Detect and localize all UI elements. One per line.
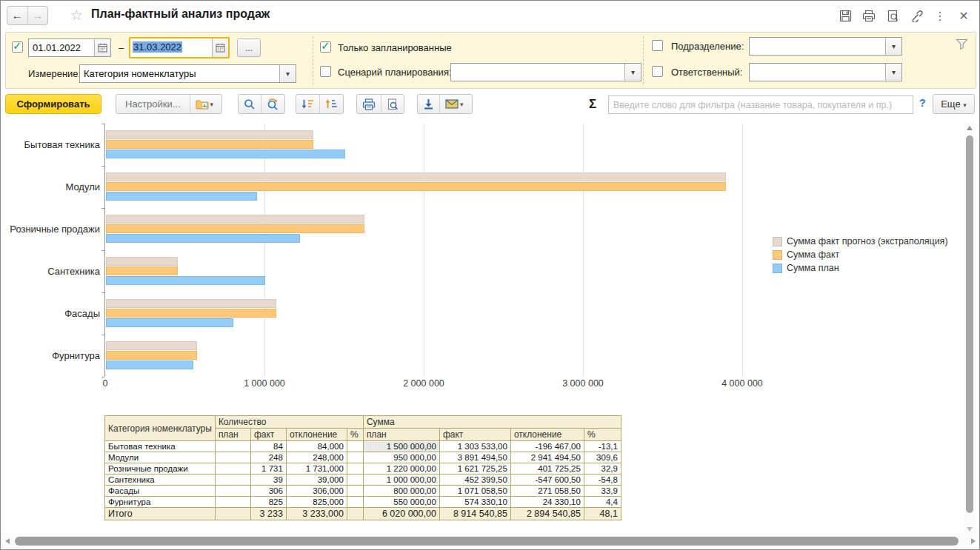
value-cell[interactable]: 248,000: [286, 452, 347, 463]
scenario-combo[interactable]: ▾: [450, 63, 641, 81]
value-cell[interactable]: 950 000,00: [363, 452, 439, 463]
value-cell[interactable]: 8 914 540,85: [439, 508, 510, 520]
value-cell[interactable]: [215, 508, 250, 520]
period-checkbox[interactable]: ✓: [12, 41, 23, 53]
value-cell[interactable]: -13,1: [584, 441, 621, 452]
value-cell[interactable]: 1 071 058,50: [439, 486, 510, 497]
dimension-value[interactable]: Категория номенклатуры: [80, 65, 279, 82]
value-cell[interactable]: 3 233: [250, 508, 286, 520]
value-cell[interactable]: -547 600,50: [510, 474, 584, 486]
bar-fact[interactable]: [106, 140, 313, 149]
bar-plan[interactable]: [106, 276, 265, 285]
bar-fact[interactable]: [106, 266, 178, 275]
chevron-down-icon[interactable]: ▾: [885, 38, 901, 55]
chevron-down-icon[interactable]: ▾: [279, 65, 296, 82]
chevron-down-icon[interactable]: ▾: [624, 64, 641, 81]
value-cell[interactable]: 1 621 725,25: [439, 463, 510, 474]
filter-funnel-icon[interactable]: [956, 38, 968, 53]
value-cell[interactable]: 1 000 000,00: [363, 474, 439, 486]
value-cell[interactable]: 48,1: [584, 508, 621, 520]
value-cell[interactable]: 4,4: [584, 497, 621, 508]
only-planned-checkbox[interactable]: ✓: [320, 41, 331, 53]
responsible-checkbox[interactable]: ✓: [652, 66, 663, 77]
value-cell[interactable]: [215, 474, 250, 486]
date-to-value[interactable]: 31.03.2022: [133, 41, 182, 53]
column-header[interactable]: план: [215, 429, 250, 441]
print-preview-icon[interactable]: [883, 7, 902, 24]
horizontal-scrollbar[interactable]: [1, 534, 979, 549]
responsible-combo[interactable]: ▾: [749, 63, 902, 81]
link-icon[interactable]: [907, 7, 926, 24]
category-cell[interactable]: Фурнитура: [105, 497, 216, 508]
value-cell[interactable]: 825,000: [286, 497, 347, 508]
bar-plan[interactable]: [106, 318, 233, 327]
quick-filter-input[interactable]: [608, 95, 913, 114]
scroll-up-icon[interactable]: [967, 126, 973, 130]
date-from-value[interactable]: 01.01.2022: [29, 39, 94, 56]
value-cell[interactable]: [215, 486, 250, 497]
value-cell[interactable]: 271 058,50: [510, 486, 584, 497]
scroll-down-icon[interactable]: [967, 527, 973, 531]
value-cell[interactable]: 401 725,25: [510, 463, 584, 474]
value-cell[interactable]: 24 330,10: [510, 497, 584, 508]
value-cell[interactable]: 550 000,00: [363, 497, 439, 508]
bar-forecast[interactable]: [106, 257, 178, 266]
print-preview-icon[interactable]: [381, 95, 404, 113]
value-cell[interactable]: [347, 474, 363, 486]
bar-fact[interactable]: [106, 309, 276, 318]
value-cell[interactable]: 39: [250, 474, 286, 486]
value-cell[interactable]: 33,9: [584, 486, 621, 497]
bar-plan[interactable]: [106, 192, 257, 201]
value-cell[interactable]: 306,000: [286, 486, 347, 497]
department-value[interactable]: [750, 38, 885, 55]
responsible-value[interactable]: [750, 64, 885, 81]
help-icon[interactable]: ?: [919, 97, 926, 109]
search-icon[interactable]: [239, 95, 261, 113]
find-next-icon[interactable]: [261, 95, 284, 113]
value-cell[interactable]: 248: [250, 452, 286, 463]
column-header[interactable]: факт: [250, 429, 286, 441]
close-icon[interactable]: ✕: [954, 7, 973, 24]
forward-button[interactable]: →: [28, 7, 48, 24]
category-cell[interactable]: Сантехника: [105, 474, 216, 486]
back-button[interactable]: ←: [7, 7, 28, 24]
value-cell[interactable]: [347, 452, 363, 463]
value-cell[interactable]: [347, 441, 363, 452]
bar-plan[interactable]: [106, 150, 345, 158]
department-combo[interactable]: ▾: [749, 37, 902, 56]
scroll-left-icon[interactable]: [5, 538, 10, 544]
column-header[interactable]: Количество: [215, 416, 363, 429]
column-header[interactable]: план: [363, 429, 439, 441]
category-cell[interactable]: Бытовая техника: [105, 441, 216, 452]
value-cell[interactable]: 306: [250, 486, 286, 497]
category-cell[interactable]: Модули: [105, 452, 216, 463]
value-cell[interactable]: [347, 463, 363, 474]
more-menu-icon[interactable]: ⋮: [930, 7, 950, 24]
date-from-field[interactable]: 01.01.2022: [28, 38, 111, 57]
date-to-field[interactable]: 31.03.2022: [129, 37, 230, 58]
value-cell[interactable]: 3 233,000: [286, 508, 347, 520]
value-cell[interactable]: [347, 508, 363, 520]
sum-sigma-icon[interactable]: Σ: [589, 97, 596, 112]
scroll-right-icon[interactable]: [971, 538, 976, 544]
value-cell[interactable]: 309,6: [584, 452, 621, 463]
value-cell[interactable]: 2 894 540,85: [510, 508, 584, 520]
bar-forecast[interactable]: [106, 172, 726, 181]
value-cell[interactable]: 1 303 533,00: [439, 441, 510, 452]
value-cell[interactable]: 800 000,00: [363, 486, 439, 497]
bar-fact[interactable]: [106, 224, 364, 233]
calendar-button[interactable]: [94, 39, 110, 56]
scenario-checkbox[interactable]: ✓: [320, 66, 331, 77]
value-cell[interactable]: 452 399,50: [439, 474, 510, 486]
value-cell[interactable]: [215, 441, 250, 452]
print-icon[interactable]: [859, 7, 879, 24]
more-actions-button[interactable]: Еще ▾: [933, 94, 975, 114]
bar-forecast[interactable]: [106, 215, 364, 224]
value-cell[interactable]: 825: [250, 497, 286, 508]
bar-fact[interactable]: [106, 351, 197, 360]
chevron-down-icon[interactable]: ▾: [885, 64, 901, 81]
category-cell[interactable]: Розничные продажи: [105, 463, 216, 474]
settings-button[interactable]: Настройки...: [116, 95, 190, 113]
bar-plan[interactable]: [106, 360, 193, 369]
value-cell[interactable]: 1 731: [250, 463, 286, 474]
